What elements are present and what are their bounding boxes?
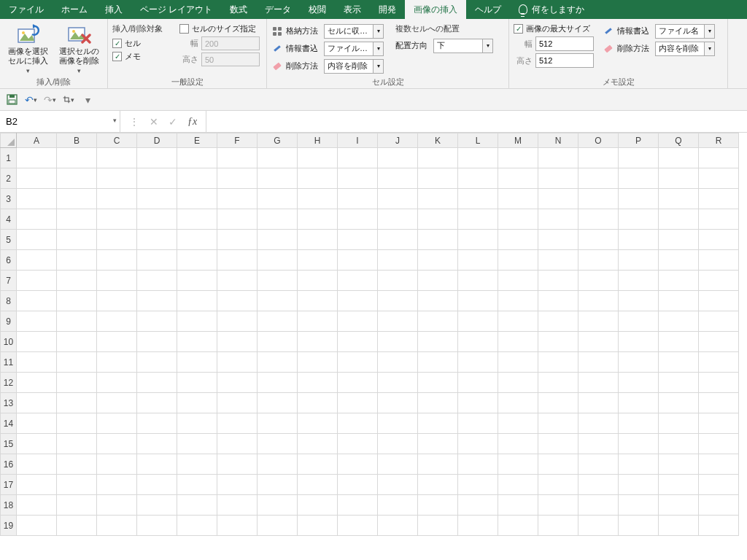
cell[interactable] xyxy=(458,434,498,454)
cell[interactable] xyxy=(538,454,578,475)
cell[interactable] xyxy=(498,454,538,475)
cell[interactable] xyxy=(619,209,659,230)
cell[interactable] xyxy=(217,209,258,230)
cell[interactable] xyxy=(298,393,338,413)
column-header[interactable]: N xyxy=(538,133,578,148)
cell[interactable] xyxy=(619,168,659,189)
cell[interactable] xyxy=(258,189,298,209)
cell[interactable] xyxy=(137,148,177,168)
cell[interactable] xyxy=(458,393,498,413)
cell[interactable] xyxy=(217,454,258,475)
memo-del-combo[interactable]: 内容を削除 ▾ xyxy=(655,42,715,56)
cell[interactable] xyxy=(17,434,57,454)
worksheet-grid[interactable]: ABCDEFGHIJKLMNOPQR1234567891011121314151… xyxy=(0,133,747,536)
dir-combo[interactable]: 下 ▾ xyxy=(433,39,493,53)
cell[interactable] xyxy=(578,393,619,413)
cell[interactable] xyxy=(458,332,498,352)
cell[interactable] xyxy=(538,475,578,495)
cell[interactable] xyxy=(177,393,217,413)
cell[interactable] xyxy=(418,454,458,475)
cell[interactable] xyxy=(619,434,659,454)
cell[interactable] xyxy=(177,189,217,209)
cell[interactable] xyxy=(659,373,699,393)
cell[interactable] xyxy=(619,495,659,516)
cell[interactable] xyxy=(418,209,458,230)
tab-data[interactable]: データ xyxy=(256,0,300,19)
cell[interactable] xyxy=(659,148,699,168)
cell[interactable] xyxy=(378,271,418,291)
cell[interactable] xyxy=(458,209,498,230)
cell[interactable] xyxy=(57,373,97,393)
cell[interactable] xyxy=(177,516,217,536)
cell[interactable] xyxy=(378,393,418,413)
cell[interactable] xyxy=(578,373,619,393)
cell[interactable] xyxy=(177,413,217,434)
cell[interactable] xyxy=(338,271,378,291)
tab-home[interactable]: ホーム xyxy=(53,0,96,19)
cell[interactable] xyxy=(578,413,619,434)
chk-memo[interactable]: ✓ メモ xyxy=(112,51,175,62)
cell[interactable] xyxy=(258,373,298,393)
cell[interactable] xyxy=(378,495,418,516)
row-header[interactable]: 10 xyxy=(1,332,17,352)
cell[interactable] xyxy=(217,434,258,454)
tab-help[interactable]: ヘルプ xyxy=(466,0,510,19)
cell[interactable] xyxy=(97,189,137,209)
cell[interactable] xyxy=(659,250,699,271)
cell[interactable] xyxy=(137,209,177,230)
cell[interactable] xyxy=(338,352,378,373)
cell[interactable] xyxy=(699,413,739,434)
cell[interactable] xyxy=(217,393,258,413)
save-icon[interactable] xyxy=(6,94,18,106)
cell[interactable] xyxy=(699,516,739,536)
cell[interactable] xyxy=(498,250,538,271)
cell[interactable] xyxy=(619,148,659,168)
cell[interactable] xyxy=(137,230,177,250)
cell[interactable] xyxy=(97,148,137,168)
cell[interactable] xyxy=(619,250,659,271)
cell[interactable] xyxy=(578,454,619,475)
cell[interactable] xyxy=(57,189,97,209)
cell[interactable] xyxy=(17,516,57,536)
undo-icon[interactable]: ↶▾ xyxy=(25,94,36,106)
cell[interactable] xyxy=(498,148,538,168)
cell[interactable] xyxy=(177,454,217,475)
row-header[interactable]: 12 xyxy=(1,373,17,393)
cell[interactable] xyxy=(217,250,258,271)
cell[interactable] xyxy=(137,332,177,352)
cell[interactable] xyxy=(659,454,699,475)
cell[interactable] xyxy=(418,495,458,516)
cell[interactable] xyxy=(17,413,57,434)
cell[interactable] xyxy=(298,373,338,393)
cell[interactable] xyxy=(378,475,418,495)
cell[interactable] xyxy=(217,271,258,291)
cell[interactable] xyxy=(57,168,97,189)
cell[interactable] xyxy=(217,291,258,311)
cell[interactable] xyxy=(578,516,619,536)
cell[interactable] xyxy=(458,189,498,209)
cell[interactable] xyxy=(458,291,498,311)
cell[interactable] xyxy=(57,209,97,230)
cell[interactable] xyxy=(659,352,699,373)
cell[interactable] xyxy=(458,311,498,332)
cell[interactable] xyxy=(578,209,619,230)
cell[interactable] xyxy=(578,230,619,250)
fx-icon[interactable]: ƒx xyxy=(187,116,197,128)
cell[interactable] xyxy=(458,454,498,475)
cell[interactable] xyxy=(17,209,57,230)
tab-formulas[interactable]: 数式 xyxy=(221,0,256,19)
cell[interactable] xyxy=(137,291,177,311)
cell[interactable] xyxy=(137,454,177,475)
cell[interactable] xyxy=(177,271,217,291)
cell[interactable] xyxy=(378,148,418,168)
cell[interactable] xyxy=(258,332,298,352)
cell[interactable] xyxy=(659,434,699,454)
cell[interactable] xyxy=(298,516,338,536)
row-header[interactable]: 6 xyxy=(1,250,17,271)
cell[interactable] xyxy=(57,434,97,454)
cell[interactable] xyxy=(338,475,378,495)
cell[interactable] xyxy=(57,291,97,311)
cell[interactable] xyxy=(258,230,298,250)
cell[interactable] xyxy=(57,454,97,475)
cell[interactable] xyxy=(378,373,418,393)
